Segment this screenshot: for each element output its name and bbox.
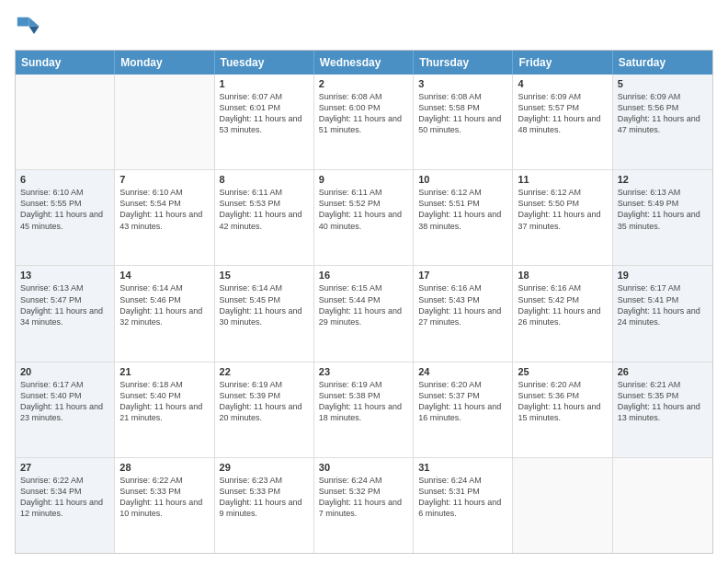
calendar-cell: 30Sunrise: 6:24 AMSunset: 5:32 PMDayligh… [314,458,414,553]
day-number: 18 [518,270,607,281]
calendar-cell: 31Sunrise: 6:24 AMSunset: 5:31 PMDayligh… [414,458,513,553]
cell-info: Sunrise: 6:09 AMSunset: 5:56 PMDaylight:… [618,91,708,136]
day-number: 4 [518,78,607,89]
cell-info: Sunrise: 6:20 AMSunset: 5:36 PMDaylight:… [518,379,607,424]
calendar-cell: 12Sunrise: 6:13 AMSunset: 5:49 PMDayligh… [613,170,712,265]
cell-info: Sunrise: 6:10 AMSunset: 5:54 PMDaylight:… [119,187,209,232]
day-number: 29 [220,462,309,473]
day-number: 24 [418,366,507,377]
header-day-saturday: Saturday [613,51,712,75]
day-number: 17 [418,270,507,281]
cell-info: Sunrise: 6:19 AMSunset: 5:38 PMDaylight:… [319,379,408,424]
calendar-cell: 24Sunrise: 6:20 AMSunset: 5:37 PMDayligh… [414,362,513,457]
calendar-row-2: 6Sunrise: 6:10 AMSunset: 5:55 PMDaylight… [16,169,712,265]
cell-info: Sunrise: 6:21 AMSunset: 5:35 PMDaylight:… [618,379,708,424]
calendar-cell: 29Sunrise: 6:23 AMSunset: 5:33 PMDayligh… [215,458,314,553]
svg-marker-1 [28,27,39,34]
cell-info: Sunrise: 6:09 AMSunset: 5:57 PMDaylight:… [518,91,607,136]
calendar-cell: 5Sunrise: 6:09 AMSunset: 5:56 PMDaylight… [613,75,712,169]
day-number: 27 [20,462,109,473]
day-number: 7 [119,174,209,185]
header-day-sunday: Sunday [16,51,115,75]
calendar: SundayMondayTuesdayWednesdayThursdayFrid… [15,50,713,554]
calendar-cell: 3Sunrise: 6:08 AMSunset: 5:58 PMDaylight… [414,75,513,169]
day-number: 22 [220,366,309,377]
calendar-cell: 13Sunrise: 6:13 AMSunset: 5:47 PMDayligh… [16,266,115,361]
cell-info: Sunrise: 6:13 AMSunset: 5:49 PMDaylight:… [618,187,708,232]
calendar-cell [16,75,115,169]
calendar-cell [513,458,612,553]
calendar-cell: 17Sunrise: 6:16 AMSunset: 5:43 PMDayligh… [414,266,513,361]
calendar-cell: 25Sunrise: 6:20 AMSunset: 5:36 PMDayligh… [513,362,612,457]
cell-info: Sunrise: 6:11 AMSunset: 5:52 PMDaylight:… [319,187,408,232]
day-number: 9 [319,174,408,185]
page: SundayMondayTuesdayWednesdayThursdayFrid… [0,0,728,563]
calendar-cell: 4Sunrise: 6:09 AMSunset: 5:57 PMDaylight… [513,75,612,169]
calendar-cell: 20Sunrise: 6:17 AMSunset: 5:40 PMDayligh… [16,362,115,457]
calendar-cell: 27Sunrise: 6:22 AMSunset: 5:34 PMDayligh… [16,458,115,553]
calendar-cell: 10Sunrise: 6:12 AMSunset: 5:51 PMDayligh… [414,170,513,265]
svg-rect-2 [17,17,29,27]
calendar-cell: 6Sunrise: 6:10 AMSunset: 5:55 PMDaylight… [16,170,115,265]
cell-info: Sunrise: 6:24 AMSunset: 5:32 PMDaylight:… [319,475,408,520]
cell-info: Sunrise: 6:14 AMSunset: 5:46 PMDaylight:… [119,282,209,327]
calendar-header: SundayMondayTuesdayWednesdayThursdayFrid… [16,51,712,75]
cell-info: Sunrise: 6:17 AMSunset: 5:40 PMDaylight:… [20,379,109,424]
header-day-friday: Friday [513,51,612,75]
cell-info: Sunrise: 6:24 AMSunset: 5:31 PMDaylight:… [418,475,507,520]
cell-info: Sunrise: 6:17 AMSunset: 5:41 PMDaylight:… [618,282,708,327]
cell-info: Sunrise: 6:16 AMSunset: 5:43 PMDaylight:… [418,282,507,327]
header-day-monday: Monday [115,51,214,75]
cell-info: Sunrise: 6:19 AMSunset: 5:39 PMDaylight:… [220,379,309,424]
day-number: 11 [518,174,607,185]
header-day-wednesday: Wednesday [314,51,414,75]
cell-info: Sunrise: 6:12 AMSunset: 5:51 PMDaylight:… [418,187,507,232]
calendar-row-1: 1Sunrise: 6:07 AMSunset: 6:01 PMDaylight… [16,75,712,169]
cell-info: Sunrise: 6:12 AMSunset: 5:50 PMDaylight:… [518,187,607,232]
day-number: 6 [20,174,109,185]
day-number: 12 [618,174,708,185]
calendar-cell: 9Sunrise: 6:11 AMSunset: 5:52 PMDaylight… [314,170,414,265]
cell-info: Sunrise: 6:08 AMSunset: 5:58 PMDaylight:… [418,91,507,136]
calendar-cell: 2Sunrise: 6:08 AMSunset: 6:00 PMDaylight… [314,75,414,169]
day-number: 26 [618,366,708,377]
logo-icon [15,15,40,40]
cell-info: Sunrise: 6:15 AMSunset: 5:44 PMDaylight:… [319,282,408,327]
calendar-cell: 28Sunrise: 6:22 AMSunset: 5:33 PMDayligh… [115,458,214,553]
day-number: 31 [418,462,507,473]
calendar-row-4: 20Sunrise: 6:17 AMSunset: 5:40 PMDayligh… [16,362,712,457]
calendar-cell: 8Sunrise: 6:11 AMSunset: 5:53 PMDaylight… [215,170,314,265]
cell-info: Sunrise: 6:14 AMSunset: 5:45 PMDaylight:… [220,282,309,327]
calendar-cell: 14Sunrise: 6:14 AMSunset: 5:46 PMDayligh… [115,266,214,361]
calendar-cell [115,75,214,169]
cell-info: Sunrise: 6:08 AMSunset: 6:00 PMDaylight:… [319,91,408,136]
cell-info: Sunrise: 6:23 AMSunset: 5:33 PMDaylight:… [220,475,309,520]
day-number: 21 [119,366,209,377]
calendar-cell: 26Sunrise: 6:21 AMSunset: 5:35 PMDayligh… [613,362,712,457]
cell-info: Sunrise: 6:11 AMSunset: 5:53 PMDaylight:… [220,187,309,232]
day-number: 13 [20,270,109,281]
day-number: 23 [319,366,408,377]
cell-info: Sunrise: 6:22 AMSunset: 5:33 PMDaylight:… [119,475,209,520]
calendar-cell: 15Sunrise: 6:14 AMSunset: 5:45 PMDayligh… [215,266,314,361]
header [15,15,713,40]
day-number: 1 [220,78,309,89]
header-day-thursday: Thursday [414,51,513,75]
day-number: 2 [319,78,408,89]
cell-info: Sunrise: 6:18 AMSunset: 5:40 PMDaylight:… [119,379,209,424]
calendar-row-3: 13Sunrise: 6:13 AMSunset: 5:47 PMDayligh… [16,265,712,361]
day-number: 30 [319,462,408,473]
cell-info: Sunrise: 6:20 AMSunset: 5:37 PMDaylight:… [418,379,507,424]
day-number: 28 [119,462,209,473]
calendar-cell: 22Sunrise: 6:19 AMSunset: 5:39 PMDayligh… [215,362,314,457]
day-number: 8 [220,174,309,185]
cell-info: Sunrise: 6:10 AMSunset: 5:55 PMDaylight:… [20,187,109,232]
calendar-cell: 18Sunrise: 6:16 AMSunset: 5:42 PMDayligh… [513,266,612,361]
day-number: 15 [220,270,309,281]
calendar-cell: 11Sunrise: 6:12 AMSunset: 5:50 PMDayligh… [513,170,612,265]
cell-info: Sunrise: 6:07 AMSunset: 6:01 PMDaylight:… [220,91,309,136]
header-day-tuesday: Tuesday [215,51,314,75]
day-number: 3 [418,78,507,89]
day-number: 19 [618,270,708,281]
calendar-cell: 19Sunrise: 6:17 AMSunset: 5:41 PMDayligh… [613,266,712,361]
